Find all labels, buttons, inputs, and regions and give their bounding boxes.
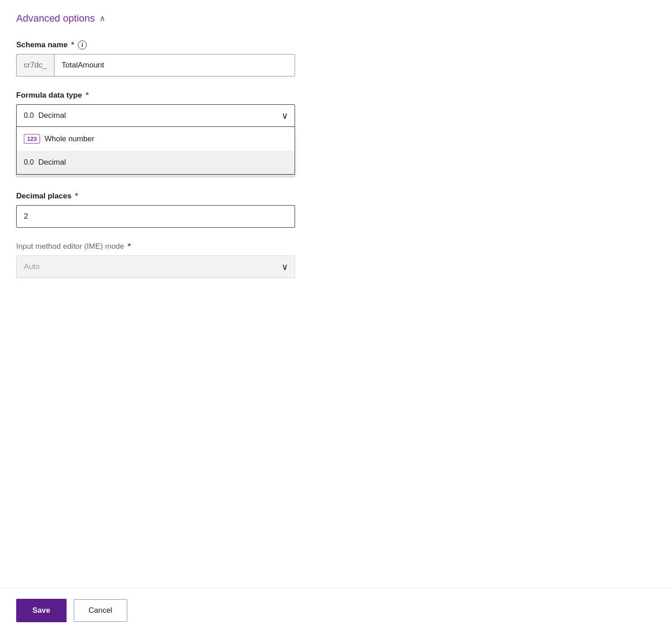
footer-bar: Save Cancel: [0, 588, 672, 633]
decimal-label: Decimal: [38, 158, 66, 167]
whole-number-label: Whole number: [45, 135, 94, 144]
ime-dropdown-chevron: ∨: [282, 261, 288, 272]
formula-data-type-group: Formula data type * 0.0 Decimal ∨ 123 Wh…: [16, 91, 295, 127]
form-section: Schema name * i cr7dc_ Formula data type…: [16, 40, 295, 278]
whole-number-icon: 123: [24, 134, 40, 144]
formula-data-type-display[interactable]: 0.0 Decimal ∨: [16, 104, 295, 127]
schema-input-wrapper: cr7dc_: [16, 54, 295, 76]
required-star-schema: *: [71, 40, 74, 49]
dropdown-item-whole-number[interactable]: 123 Whole number: [17, 127, 295, 151]
formula-data-type-dropdown[interactable]: 0.0 Decimal ∨ 123 Whole number 0.0 Decim…: [16, 104, 295, 127]
formula-dropdown-chevron: ∨: [282, 110, 288, 121]
ime-mode-display: Auto ∨: [16, 256, 295, 278]
ime-mode-selected: Auto: [24, 262, 40, 271]
advanced-options-header[interactable]: Advanced options ∧: [16, 13, 656, 24]
required-star-ime: *: [128, 242, 131, 251]
schema-name-label: Schema name * i: [16, 40, 295, 49]
ime-mode-dropdown: Auto ∨: [16, 256, 295, 278]
advanced-options-title: Advanced options: [16, 13, 95, 24]
main-content: Advanced options ∧ Schema name * i cr7dc…: [0, 0, 672, 588]
info-icon[interactable]: i: [78, 40, 87, 49]
decimal-places-label: Decimal places *: [16, 192, 295, 201]
required-star-decimal: *: [75, 192, 78, 201]
required-star-formula: *: [85, 91, 89, 100]
schema-name-group: Schema name * i cr7dc_: [16, 40, 295, 76]
formula-data-type-label: Formula data type *: [16, 91, 295, 100]
save-button[interactable]: Save: [16, 599, 67, 622]
selected-decimal-icon: 0.0: [24, 112, 34, 120]
formula-data-type-menu: 123 Whole number 0.0 Decimal: [16, 127, 295, 175]
schema-prefix: cr7dc_: [17, 54, 54, 76]
decimal-option-icon: 0.0: [24, 158, 34, 166]
ime-mode-label: Input method editor (IME) mode *: [16, 242, 295, 251]
cancel-button[interactable]: Cancel: [74, 599, 127, 622]
selected-value: Decimal: [38, 111, 66, 120]
chevron-up-icon: ∧: [99, 14, 105, 22]
schema-name-input[interactable]: [54, 54, 295, 76]
decimal-places-group: Decimal places *: [16, 192, 295, 228]
page-container: Advanced options ∧ Schema name * i cr7dc…: [0, 0, 672, 633]
ime-mode-group: Input method editor (IME) mode * Auto ∨: [16, 242, 295, 278]
dropdown-item-decimal[interactable]: 0.0 Decimal: [17, 151, 295, 174]
decimal-places-input[interactable]: [16, 205, 295, 228]
